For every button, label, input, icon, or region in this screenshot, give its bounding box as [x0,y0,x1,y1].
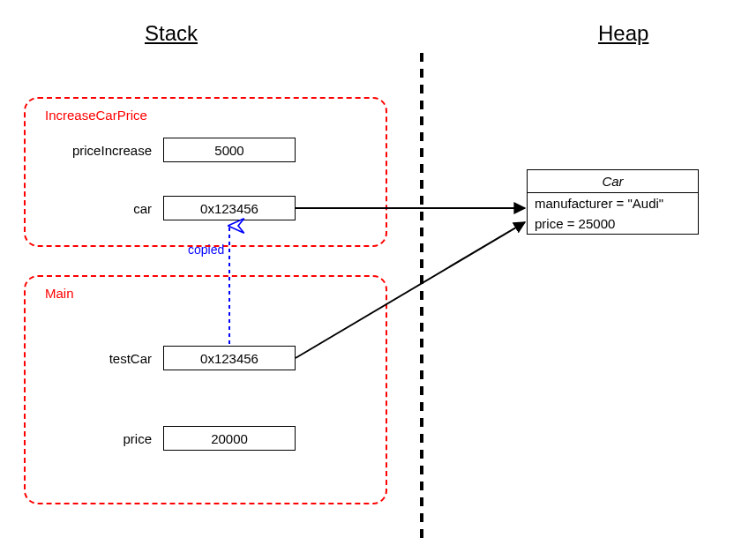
label-price: price [28,431,152,446]
label-car: car [28,201,152,216]
box-car: 0x123456 [163,196,296,220]
heap-heading: Heap [598,21,648,46]
diagram-canvas: Stack Heap IncreaseCarPrice priceIncreas… [0,0,734,560]
frame-main: Main [24,275,387,504]
frame-increase-car-price: IncreaseCarPrice [24,97,387,247]
box-price: 20000 [163,426,296,451]
heap-car-title: Car [528,170,698,193]
heap-car-price: price = 25000 [528,213,698,234]
label-price-increase: priceIncrease [28,143,152,158]
frame-label-main: Main [45,286,74,301]
label-test-car: testCar [28,351,152,366]
box-test-car: 0x123456 [163,346,296,370]
frame-label-increase: IncreaseCarPrice [45,108,147,123]
box-price-increase: 5000 [163,138,296,162]
stack-heading: Stack [145,21,198,46]
heap-car-object: Car manufacturer = "Audi" price = 25000 [527,169,699,235]
heap-car-manufacturer: manufacturer = "Audi" [528,193,698,213]
copied-annotation: copied [188,243,224,257]
